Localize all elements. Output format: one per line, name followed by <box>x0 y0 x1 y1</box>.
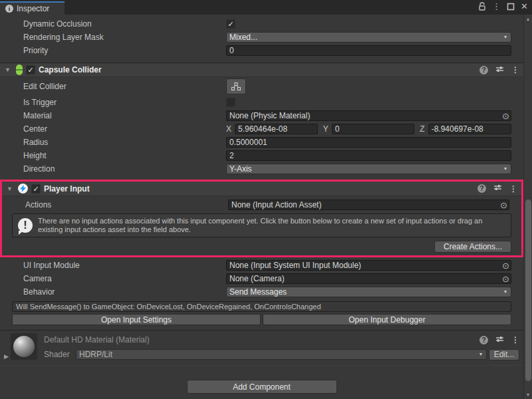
material-preview-thumbnail[interactable] <box>11 333 37 360</box>
actions-label: Actions <box>25 200 228 209</box>
player-input-icon <box>18 184 28 194</box>
foldout-open-icon[interactable]: ▼ <box>5 66 13 73</box>
axis-y-label: Y <box>323 124 329 134</box>
warning-text: There are no input actions associated wi… <box>38 217 505 234</box>
edit-collider-label: Edit Collider <box>23 82 226 91</box>
radius-input[interactable]: 0.5000001 <box>226 137 511 148</box>
shader-edit-button[interactable]: Edit... <box>489 349 519 360</box>
kebab-menu-icon[interactable]: ⋮ <box>509 184 517 194</box>
player-input-header[interactable]: ▼ ✓ Player Input ? ⋮ <box>2 182 521 196</box>
capsule-collider-enabled-checkbox[interactable]: ✓ <box>26 65 35 74</box>
info-icon: i <box>5 5 13 13</box>
presets-icon[interactable] <box>495 335 504 345</box>
tab-bar: i Inspector ⋮ ✕ <box>0 0 532 15</box>
scroll-up-icon[interactable]: ▲ <box>524 17 532 21</box>
height-input[interactable]: 2 <box>226 150 511 161</box>
ui-input-module-object-field[interactable]: None (Input System UI Input Module) ⊙ <box>226 260 511 271</box>
inspector-content: Dynamic Occlusion ✓ Rendering Layer Mask… <box>0 15 523 399</box>
ui-input-module-label: UI Input Module <box>23 261 226 270</box>
presets-icon[interactable] <box>495 65 504 75</box>
center-z-input[interactable]: -8.940697e-08 <box>428 124 511 134</box>
maximize-icon[interactable] <box>507 3 515 11</box>
object-picker-icon[interactable]: ⊙ <box>502 275 509 283</box>
create-actions-button[interactable]: Create Actions... <box>434 241 511 253</box>
capsule-collider-header[interactable]: ▼ ✓ Capsule Collider ? ⋮ <box>0 63 523 77</box>
player-input-enabled-checkbox[interactable]: ✓ <box>31 184 41 194</box>
tab-inspector[interactable]: i Inspector <box>0 1 65 15</box>
material-title: Default HD Material (Material) <box>44 335 479 344</box>
camera-label: Camera <box>23 274 226 283</box>
dynamic-occlusion-checkbox[interactable]: ✓ <box>226 19 235 29</box>
center-row: Center X5.960464e-08 Y0 Z-8.940697e-08 <box>0 122 523 136</box>
center-y-input[interactable]: 0 <box>332 124 415 134</box>
axis-x-label: X <box>226 124 231 134</box>
close-icon[interactable]: ✕ <box>521 2 528 11</box>
center-x-input[interactable]: 5.960464e-08 <box>235 124 318 134</box>
edit-collider-button[interactable] <box>226 78 246 94</box>
capsule-collider-title: Capsule Collider <box>39 65 476 74</box>
material-section: Default HD Material (Material) ? ⋮ Shade… <box>0 330 523 370</box>
shader-dropdown[interactable]: HDRP/Lit ▾ <box>76 349 487 360</box>
radius-label: Radius <box>23 138 226 147</box>
vertical-scrollbar[interactable]: ▲ ▼ <box>523 15 532 399</box>
is-trigger-row: Is Trigger <box>0 96 523 109</box>
material-sphere-icon <box>13 336 35 357</box>
material-row: Material None (Physic Material) ⊙ <box>0 109 523 122</box>
object-picker-icon[interactable]: ⊙ <box>502 112 509 120</box>
help-icon[interactable]: ? <box>479 66 488 74</box>
open-input-settings-button[interactable]: Open Input Settings <box>12 314 261 325</box>
chevron-down-icon: ▾ <box>504 164 507 174</box>
is-trigger-checkbox[interactable] <box>226 98 235 107</box>
foldout-open-icon[interactable]: ▼ <box>7 186 15 192</box>
rendering-layer-mask-dropdown[interactable]: Mixed... ▾ <box>226 32 511 43</box>
dynamic-occlusion-row: Dynamic Occlusion ✓ <box>0 17 523 31</box>
rendering-layer-mask-row: Rendering Layer Mask Mixed... ▾ <box>0 31 523 44</box>
scrollbar-thumb[interactable] <box>525 200 531 381</box>
camera-row: Camera None (Camera) ⊙ <box>0 272 523 285</box>
material-label: Material <box>23 111 226 120</box>
kebab-menu-icon[interactable]: ⋮ <box>511 65 519 74</box>
material-object-field[interactable]: None (Physic Material) ⊙ <box>226 110 511 121</box>
capsule-collider-icon <box>16 65 23 75</box>
priority-input[interactable]: 0 <box>226 45 511 56</box>
direction-row: Direction Y-Axis ▾ <box>0 162 523 176</box>
behavior-dropdown[interactable]: Send Messages ▾ <box>226 287 511 297</box>
add-component-button[interactable]: Add Component <box>187 380 337 394</box>
inspector-window: i Inspector ⋮ ✕ Dynamic Occlusion ✓ Rend… <box>0 0 532 399</box>
behavior-row: Behavior Send Messages ▾ <box>0 285 523 299</box>
camera-object-field[interactable]: None (Camera) ⊙ <box>226 273 511 284</box>
edit-collider-icon <box>231 82 241 91</box>
behavior-label: Behavior <box>23 287 226 297</box>
chevron-down-icon: ▾ <box>504 33 507 42</box>
direction-dropdown[interactable]: Y-Axis ▾ <box>226 164 511 174</box>
player-input-title: Player Input <box>44 184 474 194</box>
unlock-icon[interactable] <box>478 2 486 11</box>
dynamic-occlusion-label: Dynamic Occlusion <box>23 19 226 29</box>
input-actions-warning-box: ! There are no input actions associated … <box>12 213 511 237</box>
ui-input-module-row: UI Input Module None (Input System UI In… <box>0 259 523 272</box>
foldout-closed-icon[interactable]: ▶ <box>4 353 9 360</box>
height-label: Height <box>23 151 226 160</box>
kebab-menu-icon[interactable]: ⋮ <box>492 2 501 11</box>
height-row: Height 2 <box>0 149 523 162</box>
warning-icon: ! <box>18 218 33 233</box>
edit-collider-row: Edit Collider <box>0 77 523 96</box>
priority-row: Priority 0 <box>0 44 523 57</box>
presets-icon[interactable] <box>493 184 502 194</box>
chevron-down-icon: ▾ <box>504 287 507 297</box>
axis-z-label: Z <box>420 124 424 134</box>
object-picker-icon[interactable]: ⊙ <box>500 201 507 209</box>
actions-row: Actions None (Input Action Asset) ⊙ <box>2 198 521 211</box>
shader-label: Shader <box>44 350 76 359</box>
tab-label: Inspector <box>17 4 49 13</box>
actions-object-field[interactable]: None (Input Action Asset) ⊙ <box>228 200 509 210</box>
help-icon[interactable]: ? <box>479 336 488 344</box>
kebab-menu-icon[interactable]: ⋮ <box>511 335 519 344</box>
open-input-debugger-button[interactable]: Open Input Debugger <box>263 314 511 325</box>
help-icon[interactable]: ? <box>477 184 486 193</box>
direction-label: Direction <box>23 164 226 174</box>
scroll-down-icon[interactable]: ▼ <box>524 392 532 397</box>
object-picker-icon[interactable]: ⊙ <box>502 261 509 270</box>
send-message-info-box: Will SendMessage() to GameObject: OnDevi… <box>12 301 511 312</box>
radius-row: Radius 0.5000001 <box>0 136 523 149</box>
